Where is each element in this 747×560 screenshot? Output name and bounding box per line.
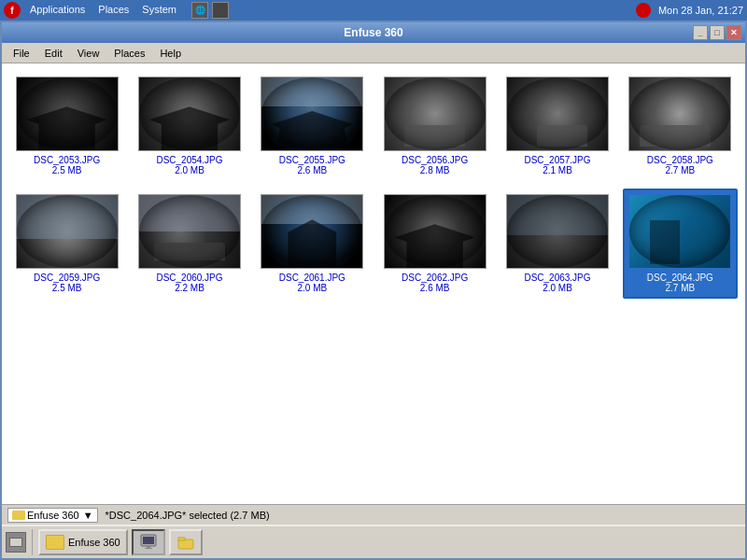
thumbnail (138, 194, 241, 269)
thumbnail (261, 77, 363, 151)
thumbnail (628, 194, 731, 269)
file-name: DSC_2054.JPG (156, 155, 222, 165)
file-size: 2.5 MB (52, 283, 82, 293)
location-box[interactable]: Enfuse 360 ▼ (7, 508, 98, 523)
thumbnail (628, 77, 731, 151)
file-size: 2.6 MB (297, 165, 327, 175)
places-menu-bar[interactable]: Places (106, 46, 152, 61)
enfuse-taskbar-btn[interactable]: Enfuse 360 (38, 529, 128, 555)
list-item[interactable]: DSC_2057.JPG 2.1 MB (500, 71, 614, 181)
file-size: 2.0 MB (175, 165, 204, 175)
taskbar: Enfuse 360 (2, 525, 745, 558)
file-size: 2.7 MB (665, 283, 695, 293)
file-size: 2.7 MB (665, 165, 695, 175)
list-item[interactable]: DSC_2059.JPG 2.5 MB (9, 189, 124, 299)
file-name: DSC_2056.JPG (402, 155, 468, 165)
file-name: DSC_2058.JPG (647, 155, 713, 165)
file-menu[interactable]: File (6, 46, 37, 61)
menu-bar: File Edit View Places Help (2, 43, 745, 63)
system-bar: f Applications Places System 🌐 Mon 28 Ja… (0, 0, 747, 21)
file-name: DSC_2060.JPG (156, 273, 222, 283)
system-logo: f (4, 2, 21, 19)
file-size: 2.1 MB (543, 165, 572, 175)
list-item[interactable]: DSC_2060.JPG 2.2 MB (132, 189, 247, 299)
thumbnail (16, 194, 119, 269)
file-size: 2.8 MB (420, 165, 450, 175)
thumbnail (384, 77, 486, 151)
monitor-icon (139, 533, 158, 552)
desktop-button[interactable] (6, 532, 26, 553)
file-name: DSC_2064.JPG (647, 273, 713, 283)
system-menu[interactable]: System (136, 2, 182, 19)
file-size: 2.0 MB (297, 283, 327, 293)
list-item[interactable]: DSC_2062.JPG 2.6 MB (377, 189, 492, 299)
file-size: 2.6 MB (420, 283, 450, 293)
file-name: DSC_2053.JPG (34, 155, 100, 165)
list-item[interactable]: DSC_2064.JPG 2.7 MB (623, 189, 738, 299)
open-folder-icon (176, 533, 195, 552)
file-name: DSC_2063.JPG (524, 273, 590, 283)
thumbnail (16, 77, 119, 151)
location-label: Enfuse 360 (27, 510, 79, 521)
help-menu[interactable]: Help (152, 46, 189, 61)
clock-display: Mon 28 Jan, 21:27 (658, 5, 743, 16)
edit-menu[interactable]: Edit (37, 46, 70, 61)
view-menu[interactable]: View (70, 46, 107, 61)
files-taskbar-btn[interactable] (169, 529, 203, 555)
taskbar-separator (32, 529, 33, 555)
thumbnail (261, 194, 363, 269)
network-icon: 🌐 (191, 2, 208, 19)
list-item[interactable]: DSC_2054.JPG 2.0 MB (132, 71, 247, 181)
file-grid: DSC_2053.JPG 2.5 MB DSC_2054.JPG 2.0 MB (9, 71, 738, 299)
monitor-taskbar-btn[interactable] (132, 529, 165, 555)
folder-taskbar-icon (46, 535, 64, 550)
close-button[interactable]: ✕ (726, 25, 741, 40)
file-name: DSC_2061.JPG (279, 273, 345, 283)
status-bar: Enfuse 360 ▼ *DSC_2064.JPG* selected (2.… (2, 504, 745, 525)
file-name: DSC_2059.JPG (34, 273, 100, 283)
list-item[interactable]: DSC_2055.JPG 2.6 MB (255, 71, 370, 181)
svg-rect-2 (147, 546, 150, 548)
minimize-button[interactable]: _ (693, 25, 708, 40)
file-name: DSC_2057.JPG (524, 155, 590, 165)
main-window: Enfuse 360 _ □ ✕ File Edit View Places H… (0, 21, 747, 560)
list-item[interactable]: DSC_2056.JPG 2.8 MB (377, 71, 492, 181)
clock-icon (636, 3, 651, 18)
file-size: 2.0 MB (543, 283, 572, 293)
thumbnail (138, 77, 241, 151)
svg-rect-5 (178, 538, 185, 540)
dropdown-arrow[interactable]: ▼ (83, 510, 93, 521)
list-item[interactable]: DSC_2053.JPG 2.5 MB (9, 71, 124, 181)
thumbnail (506, 77, 609, 151)
svg-rect-3 (145, 548, 152, 549)
file-name: DSC_2062.JPG (402, 273, 468, 283)
list-item[interactable]: DSC_2061.JPG 2.0 MB (255, 189, 370, 299)
thumbnail (506, 194, 609, 269)
list-item[interactable]: DSC_2063.JPG 2.0 MB (500, 189, 614, 299)
sound-icon (212, 2, 229, 19)
places-menu[interactable]: Places (92, 2, 134, 19)
svg-rect-1 (143, 537, 154, 544)
selection-status: *DSC_2064.JPG* selected (2.7 MB) (106, 510, 270, 521)
file-size: 2.2 MB (175, 283, 204, 293)
applications-menu[interactable]: Applications (24, 2, 91, 19)
file-name: DSC_2055.JPG (279, 155, 345, 165)
maximize-button[interactable]: □ (710, 25, 725, 40)
list-item[interactable]: DSC_2058.JPG 2.7 MB (623, 71, 738, 181)
window-title: Enfuse 360 (344, 26, 402, 39)
thumbnail (384, 194, 486, 269)
enfuse-taskbar-label: Enfuse 360 (68, 537, 120, 548)
folder-icon (12, 511, 25, 520)
title-bar: Enfuse 360 _ □ ✕ (2, 22, 745, 43)
file-area[interactable]: DSC_2053.JPG 2.5 MB DSC_2054.JPG 2.0 MB (2, 63, 745, 504)
file-size: 2.5 MB (52, 165, 82, 175)
